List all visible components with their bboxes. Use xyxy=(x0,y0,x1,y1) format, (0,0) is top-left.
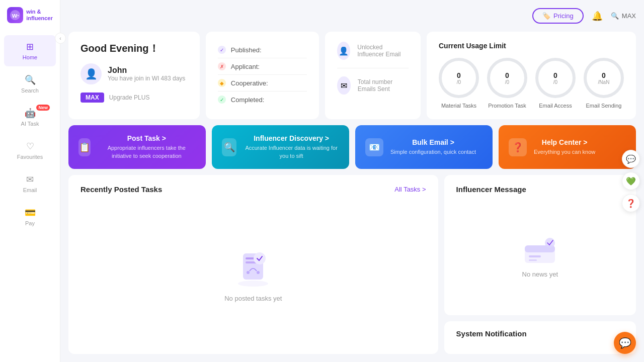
tasks-panel-title: Recently Posted Tasks xyxy=(80,185,162,194)
usage-email-sending: 0 /NaN Email Sending xyxy=(584,58,624,109)
email-sending-value: 0 xyxy=(602,71,606,79)
pay-icon: 💳 xyxy=(25,207,36,218)
sidebar-collapse-button[interactable]: ‹ xyxy=(55,33,66,44)
user-tag: MAX xyxy=(80,93,104,103)
influencer-msg-header: Influencer Message xyxy=(456,185,624,194)
bulk-email-icon: 📧 xyxy=(365,138,383,156)
tasks-empty-state: No posted tasks yet xyxy=(80,202,426,344)
sent-icon: ✉ xyxy=(337,76,351,95)
home-icon: ⊞ xyxy=(26,41,34,52)
sidebar-label-search: Search xyxy=(21,87,39,94)
applicant-dot: ✗ xyxy=(218,62,226,70)
float-buttons: 💬 💚 ❓ xyxy=(622,150,644,212)
bottom-section: Recently Posted Tasks All Tasks > xyxy=(68,175,636,354)
user-details: John You have join in WI 483 days xyxy=(108,66,185,82)
sidebar-item-ai-task[interactable]: 🤖 AI Task New xyxy=(4,102,56,133)
help-float-button[interactable]: ❓ xyxy=(622,194,640,212)
stat-applicant-label: Applicant: xyxy=(231,63,260,70)
logo: w· win &influencer xyxy=(7,0,53,30)
notification-icon[interactable]: 🔔 xyxy=(592,11,603,22)
search-icon-top: 🔍 xyxy=(611,12,619,20)
unlocked-text: Unlocked Influencer Email xyxy=(357,44,409,58)
promotion-task-sub: /0 xyxy=(505,79,509,85)
usage-email-access: 0 /0 Email Access xyxy=(535,58,576,109)
all-tasks-link[interactable]: All Tasks > xyxy=(394,186,426,193)
chat-float-button[interactable]: 💬 xyxy=(622,150,640,168)
system-notification-panel: System Notification xyxy=(444,321,636,354)
promotion-task-value: 0 xyxy=(505,71,509,79)
post-task-title: Post Task > xyxy=(98,134,196,142)
sidebar-label-pay: Pay xyxy=(25,220,35,226)
topbar: 🏷️ Pricing 🔔 🔍 MAX xyxy=(68,8,636,26)
upgrade-link[interactable]: Upgrade PLUS xyxy=(109,94,150,101)
sidebar-item-pay[interactable]: 💳 Pay xyxy=(4,201,56,232)
usage-card: Current Usage Limit 0 /0 Material Tasks … xyxy=(427,32,636,119)
published-dot: ✓ xyxy=(218,46,226,54)
svg-rect-13 xyxy=(529,259,537,261)
system-notif-header: System Notification xyxy=(456,329,624,338)
no-news-state: No news yet xyxy=(456,208,624,305)
usage-title: Current Usage Limit xyxy=(439,42,624,50)
divider xyxy=(337,68,409,68)
email-access-sub: /0 xyxy=(553,79,557,85)
pricing-button[interactable]: 🏷️ Pricing xyxy=(532,8,584,24)
stats-card: ✓ Published: ✗ Applicant: ◆ Cooperative:… xyxy=(206,32,319,119)
sidebar-item-favourites[interactable]: ♡ Favourites xyxy=(4,135,56,166)
help-center-text: Help Center > Everything you can know xyxy=(534,138,595,156)
email-sending-label: Email Sending xyxy=(586,102,622,109)
help-center-button[interactable]: ❓ Help Center > Everything you can know xyxy=(499,125,636,169)
tasks-empty-text: No posted tasks yet xyxy=(224,295,282,302)
username-label: MAX xyxy=(622,12,636,20)
influencer-discovery-title: Influencer Discovery > xyxy=(244,134,339,142)
material-tasks-ring: 0 /0 xyxy=(439,58,479,98)
sidebar-item-search[interactable]: 🔍 Search xyxy=(4,68,56,100)
chat-fab-button[interactable]: 💬 xyxy=(614,332,636,354)
unlocked-email-stat: 👤 Unlocked Influencer Email xyxy=(337,42,409,60)
upgrade-row: MAX Upgrade PLUS xyxy=(80,93,188,103)
stat-cooperative: ◆ Cooperative: xyxy=(218,75,307,92)
email-access-label: Email Access xyxy=(539,102,572,109)
svg-point-11 xyxy=(545,238,555,248)
sent-label: Total number Emails Sent xyxy=(358,78,409,93)
welcome-greeting: Good Evening！ xyxy=(80,42,188,55)
empty-illustration xyxy=(230,243,276,289)
usage-promotion-task: 0 /0 Promotion Task xyxy=(487,58,527,109)
wechat-float-button[interactable]: 💚 xyxy=(622,172,640,190)
material-tasks-sub: /0 xyxy=(457,79,461,85)
right-panels: Influencer Message No news yet xyxy=(444,175,636,354)
svg-text:w·: w· xyxy=(12,12,19,19)
pricing-icon: 🏷️ xyxy=(542,12,550,20)
post-task-desc: Appropriate influencers take the initiat… xyxy=(98,144,196,160)
sidebar-label-home: Home xyxy=(23,54,37,60)
email-sending-ring: 0 /NaN xyxy=(584,58,624,98)
material-tasks-value: 0 xyxy=(457,71,461,79)
sidebar-item-email[interactable]: ✉ Email xyxy=(4,168,56,199)
influencer-discovery-button[interactable]: 🔍 Influencer Discovery > Accurate Influe… xyxy=(212,125,349,169)
bulk-email-button[interactable]: 📧 Bulk Email > Simple configuration, qui… xyxy=(355,125,493,169)
help-center-desc: Everything you can know xyxy=(534,148,595,156)
stat-applicant: ✗ Applicant: xyxy=(218,58,307,75)
welcome-card: Good Evening！ 👤 John You have join in WI… xyxy=(68,32,200,119)
unlocked-icon: 👤 xyxy=(337,42,350,60)
email-access-value: 0 xyxy=(553,71,557,79)
pricing-label: Pricing xyxy=(553,12,574,20)
new-badge: New xyxy=(36,105,50,111)
sidebar-nav: ⊞ Home 🔍 Search 🤖 AI Task New ♡ Favourit… xyxy=(0,30,60,237)
svg-point-2 xyxy=(238,281,268,287)
stat-completed: ✓ Completed: xyxy=(218,92,307,108)
stat-cooperative-label: Cooperative: xyxy=(231,79,268,87)
user-search[interactable]: 🔍 MAX xyxy=(611,12,636,20)
sent-text: Total number Emails Sent xyxy=(358,78,409,93)
email-sending-sub: /NaN xyxy=(598,79,610,85)
post-task-button[interactable]: 📋 Post Task > Appropriate influencers ta… xyxy=(68,125,206,169)
bulk-email-desc: Simple configuration, quick contact xyxy=(390,148,476,156)
sidebar-item-home[interactable]: ⊞ Home xyxy=(4,35,56,66)
sidebar-label-email: Email xyxy=(23,187,37,193)
svg-point-6 xyxy=(254,252,266,264)
cooperative-dot: ◆ xyxy=(218,79,226,87)
influencer-discovery-text: Influencer Discovery > Accurate Influenc… xyxy=(244,134,339,160)
influencer-discovery-desc: Accurate Influencer data is waiting for … xyxy=(244,144,339,160)
post-task-text: Post Task > Appropriate influencers take… xyxy=(98,134,196,160)
sent-email-stat: ✉ Total number Emails Sent xyxy=(337,76,409,95)
sidebar: w· win &influencer ‹ ⊞ Home 🔍 Search 🤖 A… xyxy=(0,0,60,362)
